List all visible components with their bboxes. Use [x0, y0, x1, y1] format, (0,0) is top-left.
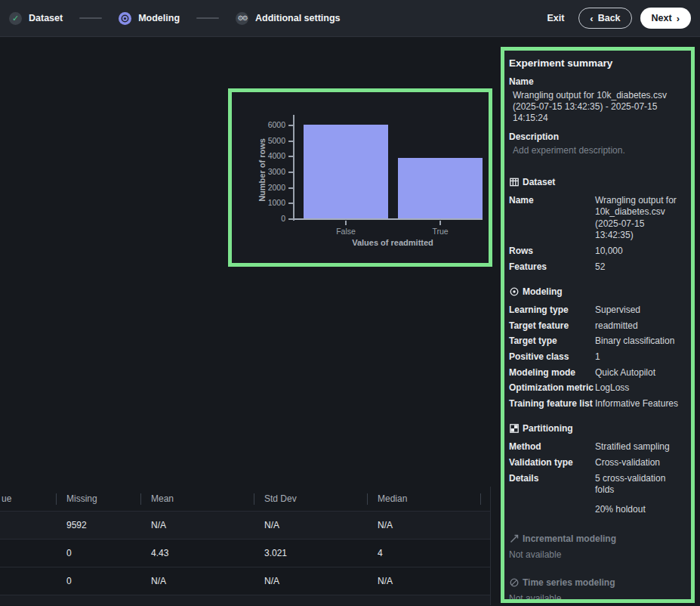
y-axis-line	[293, 115, 294, 221]
partition-detail-line: 20% holdout	[595, 504, 685, 516]
x-category-label: True	[432, 227, 448, 236]
stepper-connector	[79, 17, 102, 19]
kv-row: Validation typeCross-validation	[509, 457, 685, 469]
incremental-status: Not available	[509, 549, 685, 560]
kv-row: Positive class1	[509, 351, 685, 363]
kv-row: Training feature listInformative Feature…	[509, 398, 685, 410]
y-tick-label: 5000	[249, 136, 285, 145]
time-series-section-title: Time series modeling	[523, 577, 615, 588]
gears-icon: ⚙⚙	[236, 12, 248, 25]
cell-median: N/A	[368, 520, 481, 530]
kv-row: Target featurereadmitted	[509, 320, 685, 332]
y-tick-mark	[288, 156, 293, 157]
y-tick-label: 1000	[249, 198, 285, 207]
y-tick-label: 2000	[249, 183, 285, 192]
y-tick-mark	[288, 187, 293, 189]
step-additional-settings-label: Additional settings	[255, 13, 341, 23]
column-header-missing: Missing	[57, 487, 141, 511]
kv-row: Optimization metricLogLoss	[509, 382, 685, 394]
name-label: Name	[509, 76, 685, 87]
kv-row: Target typeBinary classification	[509, 335, 685, 348]
cell-median: N/A	[368, 576, 481, 586]
circle-slash-icon	[509, 578, 519, 588]
partition-square-icon	[509, 424, 519, 434]
kv-row: Learning typeSupervised	[509, 305, 685, 317]
back-button[interactable]: ‹ Back	[578, 8, 631, 29]
x-category-label: False	[336, 227, 356, 236]
cell-median: 4	[368, 548, 481, 558]
next-button-label: Next	[652, 13, 672, 23]
column-header-filler	[481, 487, 491, 511]
target-icon	[119, 12, 131, 25]
description-label: Description	[509, 131, 685, 142]
target-feature-chart-highlight: Number of rows 0100020003000400050006000…	[228, 88, 492, 267]
incremental-section-title: Incremental modeling	[523, 533, 616, 544]
stepper-connector	[196, 17, 219, 19]
y-tick-mark	[288, 203, 293, 204]
cell-missing: 9592	[57, 520, 141, 530]
wizard-stepper: ✓ Dataset Modeling ⚙⚙ Additiona	[9, 12, 341, 25]
bar-false	[304, 125, 388, 219]
table-grid-icon	[509, 177, 519, 187]
table-row[interactable]: 9592 N/A N/A N/A	[0, 512, 490, 540]
column-header-median: Median	[368, 487, 481, 511]
y-tick-label: 3000	[249, 167, 285, 176]
cell-mean: 4.43	[141, 548, 254, 558]
column-header-stddev: Std Dev	[254, 487, 368, 511]
exit-button[interactable]: Exit	[541, 8, 570, 28]
cell-missing: 0	[57, 548, 141, 558]
y-tick-mark	[288, 125, 293, 126]
app-screen: ✓ Dataset Modeling ⚙⚙ Additiona	[0, 0, 700, 606]
next-button[interactable]: Next ›	[640, 8, 691, 29]
chevron-left-icon: ‹	[590, 14, 593, 23]
kv-row: Modeling modeQuick Autopilot	[509, 367, 685, 379]
time-series-section: Time series modeling Not available	[509, 577, 685, 603]
partitioning-section-title: Partitioning	[523, 423, 573, 434]
kv-row: NameWrangling output for 10k_diabetes.cs…	[509, 195, 685, 242]
modeling-section-title: Modeling	[523, 286, 563, 297]
step-additional-settings[interactable]: ⚙⚙ Additional settings	[236, 12, 341, 25]
step-dataset[interactable]: ✓ Dataset	[9, 12, 63, 25]
experiment-summary-panel: Experiment summary Name Wrangling output…	[501, 47, 695, 603]
step-modeling[interactable]: Modeling	[119, 12, 180, 25]
y-tick-mark	[288, 218, 293, 220]
top-navigation-bar: ✓ Dataset Modeling ⚙⚙ Additiona	[0, 0, 700, 37]
cell-stddev: N/A	[254, 520, 368, 530]
cell-stddev: N/A	[254, 576, 368, 586]
chart-plot: 0100020003000400050006000FalseTrue	[294, 121, 489, 219]
panel-title: Experiment summary	[509, 57, 685, 69]
cell-mean: N/A	[141, 520, 254, 530]
step-modeling-label: Modeling	[138, 13, 180, 23]
cell-mean: N/A	[141, 576, 254, 586]
feature-statistics-table: ue Missing Mean Std Dev Median 9592 N/A …	[0, 487, 491, 605]
partition-detail-line: 5 cross-validation folds	[595, 473, 685, 496]
y-tick-label: 6000	[249, 120, 285, 129]
chevron-right-icon: ›	[677, 14, 680, 23]
back-button-label: Back	[598, 13, 621, 23]
modeling-section: Modeling Learning typeSupervised Target …	[509, 286, 685, 410]
x-tick-mark	[439, 221, 441, 225]
dataset-section: Dataset NameWrangling output for 10k_dia…	[509, 177, 685, 274]
x-axis-line	[294, 218, 483, 220]
experiment-name-value: Wrangling output for 10k_diabetes.csv (2…	[509, 90, 689, 125]
column-header-truncated: ue	[0, 487, 57, 511]
cell-stddev: 3.021	[254, 548, 368, 558]
bar-true	[398, 158, 483, 220]
chart-x-axis-label: Values of readmitted	[352, 238, 433, 247]
kv-row: MethodStratified sampling	[509, 441, 685, 453]
kv-row: Rows10,000	[509, 246, 685, 258]
table-row[interactable]: 0 N/A N/A N/A	[0, 567, 490, 595]
table-header-row: ue Missing Mean Std Dev Median	[0, 487, 490, 512]
description-input[interactable]: Add experiment description.	[509, 145, 685, 156]
y-tick-label: 4000	[249, 151, 285, 160]
y-tick-mark	[288, 141, 293, 142]
kv-row: Features52	[509, 261, 685, 274]
incremental-modeling-section: Incremental modeling Not available	[509, 533, 685, 560]
header-actions: Exit ‹ Back Next ›	[541, 8, 691, 29]
y-tick-mark	[288, 172, 293, 173]
dataset-section-title: Dataset	[523, 177, 555, 187]
trend-line-icon	[509, 534, 519, 544]
column-header-mean: Mean	[141, 487, 254, 511]
table-row-partial[interactable]	[0, 595, 490, 605]
table-row[interactable]: 0 4.43 3.021 4	[0, 540, 490, 567]
